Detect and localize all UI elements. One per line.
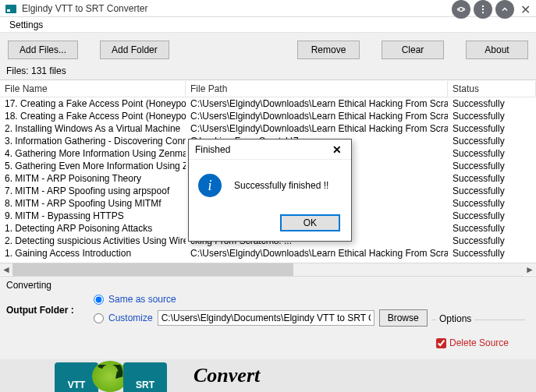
close-icon[interactable]: ✕ [517,2,533,17]
cell-status: Successfully [448,173,536,184]
svg-point-6 [482,9,484,10]
svg-rect-4 [460,8,463,12]
scroll-thumb[interactable] [12,263,293,276]
options-legend: Options [436,313,474,324]
menu-settings[interactable]: Settings [5,18,48,32]
cell-status: Successfully [448,148,536,159]
delete-source-option[interactable]: Delete Source [436,337,520,348]
vtt-srt-logo: VTT SRT [55,359,170,392]
cell-filename: 2. Detecting suspicious Activities Using… [0,235,186,246]
cell-filename: 2. Installing Windows As a Virtual Machi… [0,123,186,134]
scroll-right-icon[interactable]: ► [524,263,536,276]
table-row[interactable]: 18. Creating a Fake Access Point (Honeyp… [0,110,536,122]
output-path-input[interactable] [158,310,374,326]
scroll-left-icon[interactable]: ◄ [0,263,12,276]
add-folder-button[interactable]: Add Folder [100,41,169,59]
cell-filename: 1. Detecting ARP Poisoning Attacks [0,223,186,234]
cell-status: Successfully [448,223,536,234]
toolbar: Add Files... Add Folder Remove Clear Abo… [0,33,536,64]
dialog-title: Finished [195,144,230,155]
same-as-source-radio[interactable] [94,295,104,305]
cell-status: Successfully [448,123,536,134]
cell-status: Successfully [448,210,536,221]
cell-filename: 3. Information Gathering - Discovering C… [0,136,186,147]
dialog-message: Successfully finished !! [234,180,328,191]
add-files-button[interactable]: Add Files... [8,41,78,59]
dialog-ok-button[interactable]: OK [280,214,340,231]
table-row[interactable]: 17. Creating a Fake Access Point (Honeyp… [0,97,536,110]
table-row[interactable]: 2. Installing Windows As a Virtual Machi… [0,122,536,135]
window-title: Elgindy VTT to SRT Converter [22,3,147,14]
cell-status: Successfully [448,185,536,196]
svg-point-7 [482,12,484,13]
cell-status: Successfully [448,235,536,246]
cell-status: Successfully [448,248,536,259]
same-as-source-label[interactable]: Same as source [108,294,176,305]
remove-button[interactable]: Remove [297,41,360,59]
files-count: Files: 131 files [0,64,536,79]
more-button[interactable] [474,0,492,19]
convert-button[interactable]: Convert [193,364,260,387]
cell-filename: 6. MITM - ARP Poisoning Theory [0,173,186,184]
col-filename[interactable]: File Name [0,81,186,97]
cell-filename: 5. Gathering Even More Information Using… [0,161,186,171]
convert-bar: VTT SRT Convert [0,359,536,392]
cell-filename: 8. MITM - ARP Spoofing Using MITMf [0,198,186,209]
col-filepath[interactable]: File Path [186,81,448,97]
table-row[interactable]: 1. Gaining Access IntroductionC:\Users\E… [0,247,536,260]
clear-button[interactable]: Clear [382,41,444,59]
delete-source-checkbox[interactable] [436,338,446,348]
cell-status: Successfully [448,111,536,122]
cell-status: Successfully [448,98,536,109]
output-folder-label: Output Folder : [6,305,84,316]
cell-filename: 17. Creating a Fake Access Point (Honeyp… [0,98,186,109]
cell-status: Successfully [448,198,536,209]
customize-radio[interactable] [94,313,104,323]
titlebar: Elgindy VTT to SRT Converter ✕ [0,0,536,17]
dialog-close-icon[interactable]: ✕ [326,142,348,157]
cell-filename: 18. Creating a Fake Access Point (Honeyp… [0,111,186,122]
cell-filename: 4. Gathering More Information Using Zenm… [0,148,186,159]
svg-point-5 [482,5,484,7]
svg-rect-0 [5,5,16,13]
converting-label: Converting [6,280,530,291]
cell-filepath: C:\Users\Elgindy\Downloads\Learn Ethical… [186,123,448,134]
delete-source-label: Delete Source [449,337,509,348]
browse-button[interactable]: Browse [379,309,428,327]
app-icon [5,2,17,15]
cell-status: Successfully [448,161,536,171]
finished-dialog: Finished ✕ i Successfully finished !! OK [188,139,352,242]
svg-rect-1 [7,9,10,12]
cell-filepath: C:\Users\Elgindy\Downloads\Learn Ethical… [186,248,448,259]
cell-filename: 1. Gaining Access Introduction [0,248,186,259]
horizontal-scrollbar[interactable]: ◄ ► [0,263,536,275]
customize-label[interactable]: Customize [108,313,153,323]
cell-filename: 9. MITM - Bypassing HTTPS [0,210,186,221]
cell-filepath: C:\Users\Elgindy\Downloads\Learn Ethical… [186,98,448,109]
cell-filepath: C:\Users\Elgindy\Downloads\Learn Ethical… [186,111,448,122]
cell-status: Successfully [448,136,536,147]
info-icon: i [198,174,222,197]
cell-filename: 7. MITM - ARP Spoofing using arpspoof [0,185,186,196]
col-status[interactable]: Status [448,81,536,97]
up-button[interactable] [495,0,514,19]
menubar: Settings [0,17,536,33]
about-button[interactable]: About [466,41,528,59]
options-group: Options Delete Source [431,320,525,356]
lens-button[interactable] [452,0,470,19]
